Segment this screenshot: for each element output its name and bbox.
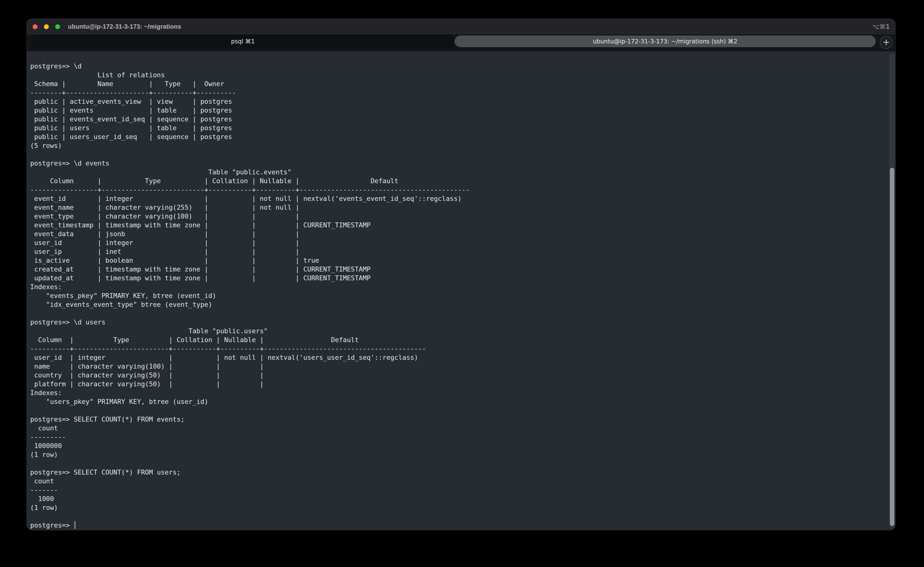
traffic-lights	[33, 24, 60, 29]
titlebar[interactable]: ubuntu@ip-172-31-3-173: ~/migrations ⌥⌘1	[27, 19, 895, 34]
tab-ssh-session-label: ubuntu@ip-172-31-3-173: ~/migrations (ss…	[593, 38, 737, 45]
scrollbar-track[interactable]	[889, 53, 895, 528]
tab-bar: psql ⌘1 ubuntu@ip-172-31-3-173: ~/migrat…	[27, 34, 895, 51]
zoom-button[interactable]	[55, 24, 60, 29]
minimize-button[interactable]	[44, 24, 49, 29]
new-tab-button[interactable]: +	[880, 36, 892, 49]
terminal-window: ubuntu@ip-172-31-3-173: ~/migrations ⌥⌘1…	[27, 19, 895, 530]
tab-psql-label: psql ⌘1	[231, 38, 255, 45]
window-shortcut-hint: ⌥⌘1	[872, 23, 890, 30]
terminal-screen[interactable]: postgres=> \d List of relations Schema |…	[27, 51, 895, 530]
scrollbar-thumb[interactable]	[890, 168, 894, 526]
text-cursor	[75, 521, 75, 529]
tab-psql[interactable]: psql ⌘1	[32, 35, 454, 48]
close-button[interactable]	[33, 24, 38, 29]
tab-ssh-session[interactable]: ubuntu@ip-172-31-3-173: ~/migrations (ss…	[455, 36, 876, 47]
window-title: ubuntu@ip-172-31-3-173: ~/migrations	[68, 23, 181, 30]
shell-prompt: postgres=>	[30, 521, 74, 529]
terminal-output: postgres=> \d List of relations Schema |…	[27, 52, 895, 530]
terminal-scrollback: postgres=> \d List of relations Schema |…	[30, 62, 470, 512]
